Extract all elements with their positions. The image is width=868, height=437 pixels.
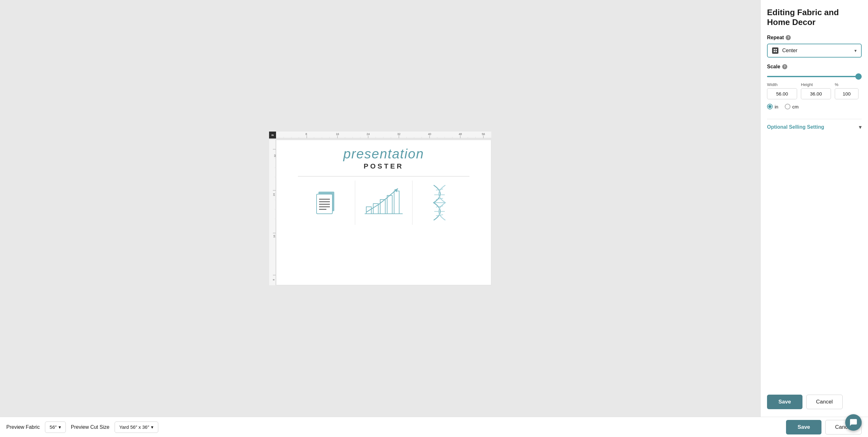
chart-icon: [363, 185, 404, 220]
radio-in-outer: [767, 104, 773, 109]
svg-rect-65: [394, 191, 399, 214]
panel-actions: Save Cancel: [767, 395, 862, 409]
svg-text:8: 8: [306, 133, 307, 136]
preview-cut-size-label: Preview Cut Size: [71, 424, 110, 430]
radio-in-inner: [768, 105, 771, 108]
dna-icon: [427, 184, 455, 222]
scale-slider[interactable]: [767, 76, 862, 77]
top-ruler: 8 16 24 32 40 48 56: [276, 132, 491, 140]
poster-icons-row: [298, 180, 469, 225]
radio-cm-outer: [785, 104, 790, 109]
ruler-area: IN 8 16 24 32: [269, 132, 491, 285]
preview-fabric-label: Preview Fabric: [6, 424, 40, 430]
svg-text:24: 24: [367, 133, 370, 136]
poster-divider: [298, 176, 469, 176]
repeat-center-icon: [772, 47, 778, 54]
cut-size-chevron: ▾: [151, 424, 154, 430]
unit-in-label: in: [775, 104, 778, 109]
panel-title: Editing Fabric and Home Decor: [767, 8, 862, 27]
cut-size-value: Yard 56″ x 36″: [119, 424, 149, 430]
percent-input[interactable]: [835, 88, 859, 99]
dimensions-row: Width Height %: [767, 82, 862, 99]
poster-icon-documents: [298, 180, 355, 225]
bottom-save-button[interactable]: Save: [786, 420, 822, 434]
ruler-top-svg: 8 16 24 32 40 48 56: [276, 132, 491, 138]
width-input[interactable]: [767, 88, 797, 99]
poster-sub-title: POSTER: [283, 162, 485, 170]
scale-section: Scale ? Width Height %: [767, 64, 862, 109]
poster-icon-chart: [355, 180, 412, 225]
svg-rect-74: [774, 49, 775, 50]
ruler-corner: IN: [269, 132, 276, 138]
cut-size-select[interactable]: Yard 56″ x 36″ ▾: [115, 422, 159, 433]
percent-group: %: [835, 82, 859, 99]
svg-line-71: [436, 206, 443, 207]
unit-cm-option[interactable]: cm: [785, 104, 799, 109]
svg-text:32: 32: [274, 154, 276, 157]
unit-label: IN: [272, 134, 274, 136]
poster-content: presentation POSTER: [276, 140, 491, 285]
width-label: Width: [767, 82, 797, 87]
svg-rect-77: [776, 51, 777, 52]
svg-text:32: 32: [397, 133, 400, 136]
slider-container: [767, 73, 862, 78]
unit-in-option[interactable]: in: [767, 104, 778, 109]
repeat-select[interactable]: Center ▾: [767, 44, 862, 58]
chat-bubble-icon: [849, 418, 858, 427]
svg-rect-36: [269, 140, 276, 285]
height-group: Height: [801, 82, 831, 99]
unit-cm-label: cm: [792, 104, 799, 109]
svg-text:56: 56: [482, 133, 485, 136]
save-button[interactable]: Save: [767, 395, 803, 409]
canvas-area: IN 8 16 24 32: [0, 0, 761, 417]
svg-text:16: 16: [336, 133, 339, 136]
poster-icon-dna: [412, 180, 469, 225]
fabric-size-chevron: ▾: [59, 424, 61, 430]
svg-text:48: 48: [459, 133, 462, 136]
svg-text:16: 16: [273, 235, 276, 238]
bottom-bar: Preview Fabric 56″ ▾ Preview Cut Size Ya…: [0, 417, 868, 437]
optional-selling-section[interactable]: Optional Selling Setting ▾: [767, 119, 862, 135]
repeat-help-icon[interactable]: ?: [786, 35, 791, 40]
height-input[interactable]: [801, 88, 831, 99]
unit-row: in cm: [767, 104, 862, 109]
chevron-down-icon: ▾: [855, 48, 857, 53]
cancel-button[interactable]: Cancel: [806, 395, 843, 409]
optional-selling-title: Optional Selling Setting: [767, 124, 824, 130]
fabric-size-select[interactable]: 56″ ▾: [45, 422, 66, 433]
poster-main-title: presentation: [283, 146, 485, 162]
svg-line-69: [436, 198, 443, 200]
canvas-with-left-ruler: 32 24 16 8: [269, 140, 491, 285]
poster-title-area: presentation POSTER: [283, 146, 485, 170]
repeat-label: Repeat ?: [767, 35, 862, 40]
svg-text:8: 8: [272, 279, 275, 280]
fabric-canvas: presentation POSTER: [276, 140, 491, 285]
scale-label: Scale ?: [767, 64, 862, 70]
svg-rect-76: [774, 51, 775, 52]
repeat-select-inner[interactable]: Center ▾: [768, 44, 861, 57]
svg-line-67: [436, 189, 443, 190]
svg-rect-64: [387, 195, 392, 214]
percent-label: %: [835, 82, 859, 87]
height-label: Height: [801, 82, 831, 87]
ruler-left-svg: 32 24 16 8: [269, 140, 276, 285]
svg-rect-75: [776, 49, 777, 50]
svg-text:24: 24: [273, 193, 275, 196]
repeat-value: Center: [782, 48, 855, 54]
width-group: Width: [767, 82, 797, 99]
right-panel: Editing Fabric and Home Decor Repeat ? C…: [761, 0, 868, 417]
scale-help-icon[interactable]: ?: [782, 64, 787, 69]
fabric-size-value: 56″: [50, 424, 57, 430]
chat-bubble-button[interactable]: [845, 414, 862, 431]
svg-text:40: 40: [428, 133, 431, 136]
optional-chevron-icon: ▾: [859, 124, 862, 131]
document-icon: [312, 189, 341, 217]
main-layout: IN 8 16 24 32: [0, 0, 868, 417]
